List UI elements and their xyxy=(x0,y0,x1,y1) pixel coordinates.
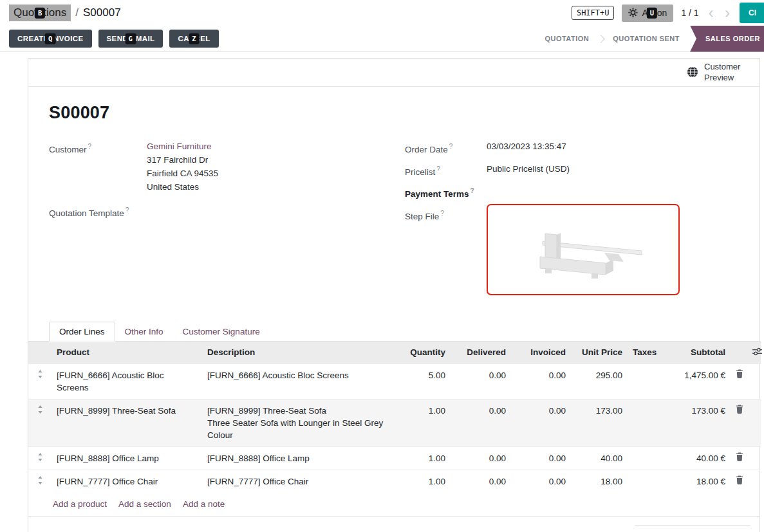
table-row[interactable]: [FURN_8999] Three-Seat Sofa [FURN_8999] … xyxy=(28,399,761,446)
cell-subtotal: 18.00 € xyxy=(662,470,731,493)
drag-handle-icon[interactable] xyxy=(37,476,43,486)
order-date-field-value[interactable]: 03/03/2023 13:35:47 xyxy=(487,140,759,156)
shortcut-badge-u: U xyxy=(647,8,657,19)
table-row[interactable]: [FURN_8888] Office Lamp [FURN_8888] Offi… xyxy=(28,446,761,470)
tab-customer-signature[interactable]: Customer Signature xyxy=(173,322,270,341)
notebook-tabs: Order Lines Other Info Customer Signatur… xyxy=(49,322,759,341)
quotation-template-field-value[interactable] xyxy=(147,203,405,220)
header-delivered: Delivered xyxy=(451,341,511,363)
help-marker: ? xyxy=(449,143,453,150)
drag-handle-icon[interactable] xyxy=(37,453,43,463)
step-file-image-field[interactable] xyxy=(487,204,680,295)
cell-invoiced[interactable]: 0.00 xyxy=(511,470,571,493)
cell-description[interactable]: [FURN_8888] Office Lamp xyxy=(202,446,395,470)
cell-taxes[interactable] xyxy=(628,399,662,446)
cell-invoiced[interactable]: 0.00 xyxy=(511,399,571,446)
help-marker: ? xyxy=(126,206,129,214)
action-menu-button[interactable]: Action U xyxy=(622,5,673,22)
table-row[interactable]: [FURN_6666] Acoustic Bloc Screens [FURN_… xyxy=(28,363,761,399)
cell-quantity[interactable]: 1.00 xyxy=(395,399,451,446)
header-taxes: Taxes xyxy=(628,341,662,363)
cell-delivered[interactable]: 0.00 xyxy=(451,470,511,493)
customer-preview-label: Customer Preview xyxy=(704,62,745,83)
trash-icon[interactable] xyxy=(736,405,743,416)
drag-handle-icon[interactable] xyxy=(37,405,43,416)
cell-quantity[interactable]: 1.00 xyxy=(395,470,451,493)
edge-button[interactable]: Cl xyxy=(740,3,764,23)
create-invoice-button[interactable]: CREATE INVOICE Q xyxy=(9,30,92,48)
cell-unit-price[interactable]: 40.00 xyxy=(571,446,628,470)
tab-order-lines[interactable]: Order Lines xyxy=(49,322,115,342)
cell-product[interactable]: [FURN_7777] Office Chair xyxy=(51,470,202,493)
trash-icon[interactable] xyxy=(736,475,743,486)
cell-unit-price[interactable]: 295.00 xyxy=(571,363,628,399)
breadcrumb-quotations[interactable]: Quotations B xyxy=(9,5,71,21)
sheet-header: Customer Preview xyxy=(28,59,759,87)
header-invoiced: Invoiced xyxy=(511,341,571,363)
header-handle xyxy=(28,341,51,363)
statusbar: QUOTATION QUOTATION SENT SALES ORDER xyxy=(534,26,754,52)
chevron-left-icon[interactable]: ‹ xyxy=(707,6,716,21)
step-file-field-label: Step File? xyxy=(405,206,487,295)
drag-handle-icon[interactable] xyxy=(37,370,43,380)
cell-description[interactable]: [FURN_6666] Acoustic Bloc Screens xyxy=(202,363,395,399)
chevron-right-icon[interactable]: › xyxy=(723,6,732,21)
customer-address-line-3: United States xyxy=(147,182,199,192)
cancel-button[interactable]: CANCEL Z xyxy=(169,30,218,48)
optional-columns-icon[interactable] xyxy=(752,347,762,358)
help-marker: ? xyxy=(436,165,440,172)
cell-product[interactable]: [FURN_6666] Acoustic Bloc Screens xyxy=(51,363,202,399)
pricelist-field-value[interactable]: Public Pricelist (USD) xyxy=(487,162,759,179)
cell-delivered[interactable]: 0.00 xyxy=(451,446,511,470)
header-unit-price: Unit Price xyxy=(571,341,628,363)
cell-delivered[interactable]: 0.00 xyxy=(451,399,511,446)
order-date-field-label: Order Date? xyxy=(405,140,487,156)
cell-unit-price[interactable]: 18.00 xyxy=(571,470,628,493)
table-header-row: Product Description Quantity Delivered I… xyxy=(28,341,761,363)
totals-block: Total: 1,706.00 € xyxy=(635,526,750,532)
shortcut-hint-shift-u: SHIFT+U xyxy=(572,6,615,20)
help-marker: ? xyxy=(471,187,474,194)
cell-subtotal: 173.00 € xyxy=(662,399,731,446)
customer-address-line-2: Fairfield CA 94535 xyxy=(147,169,218,178)
payment-terms-field-value[interactable] xyxy=(487,184,759,201)
cell-taxes[interactable] xyxy=(628,363,662,399)
trash-icon[interactable] xyxy=(736,452,743,463)
cell-description[interactable]: [FURN_8999] Three-Seat Sofa Three Seater… xyxy=(202,399,395,446)
cell-product[interactable]: [FURN_8999] Three-Seat Sofa xyxy=(51,399,202,446)
cell-taxes[interactable] xyxy=(628,446,662,470)
pricelist-field-label: Pricelist? xyxy=(405,162,487,179)
stage-quotation[interactable]: QUOTATION xyxy=(534,35,599,42)
add-note-link[interactable]: Add a note xyxy=(183,499,225,509)
help-marker: ? xyxy=(440,210,444,217)
cell-invoiced[interactable]: 0.00 xyxy=(511,363,571,399)
control-panel: Quotations B / S00007 SHIFT+U Action xyxy=(0,0,764,26)
cell-quantity[interactable]: 1.00 xyxy=(395,446,451,470)
quotation-template-field-label: Quotation Template? xyxy=(49,203,147,220)
cell-quantity[interactable]: 5.00 xyxy=(395,363,451,399)
order-lines-table: Product Description Quantity Delivered I… xyxy=(28,341,761,493)
add-section-link[interactable]: Add a section xyxy=(118,499,171,509)
customer-preview-link[interactable]: Customer Preview xyxy=(687,62,745,83)
breadcrumb: Quotations B / S00007 xyxy=(9,5,121,21)
shortcut-badge-g: G xyxy=(126,33,136,44)
tab-other-info[interactable]: Other Info xyxy=(115,322,173,341)
cell-taxes[interactable] xyxy=(628,470,662,493)
cell-product[interactable]: [FURN_8888] Office Lamp xyxy=(51,446,202,470)
send-email-button[interactable]: SEND EMAIL G xyxy=(98,30,163,48)
customer-link[interactable]: Gemini Furniture xyxy=(147,142,212,151)
shortcut-badge-b: B xyxy=(35,8,45,19)
cell-description[interactable]: [FURN_7777] Office Chair xyxy=(202,470,395,493)
table-row[interactable]: [FURN_7777] Office Chair [FURN_7777] Off… xyxy=(28,470,761,493)
stage-sales-order[interactable]: SALES ORDER xyxy=(690,26,764,52)
cell-invoiced[interactable]: 0.00 xyxy=(511,446,571,470)
header-quantity: Quantity xyxy=(395,341,451,363)
trash-icon[interactable] xyxy=(736,369,743,380)
cell-unit-price[interactable]: 173.00 xyxy=(571,399,628,446)
add-product-link[interactable]: Add a product xyxy=(53,499,107,509)
customer-field-value: Gemini Furniture 317 Fairchild Dr Fairfi… xyxy=(147,140,405,194)
cell-delivered[interactable]: 0.00 xyxy=(451,363,511,399)
breadcrumb-separator: / xyxy=(75,6,79,19)
cell-subtotal: 1,475.00 € xyxy=(662,363,731,399)
stage-quotation-sent[interactable]: QUOTATION SENT xyxy=(602,35,690,42)
